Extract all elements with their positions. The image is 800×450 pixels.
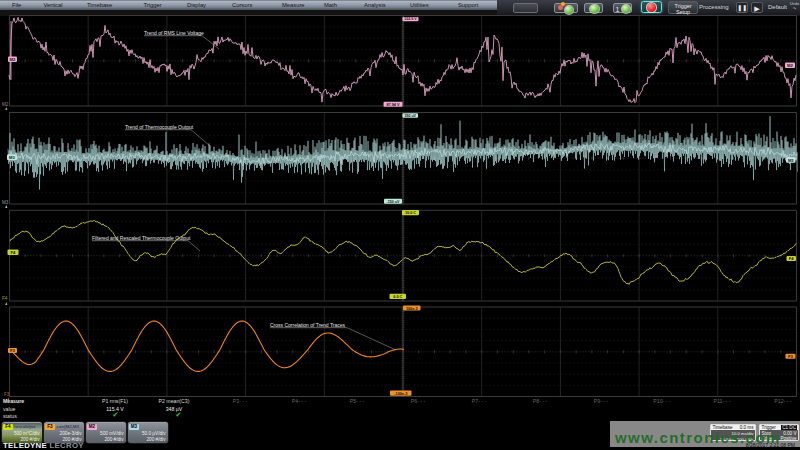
svg-text:M2: M2 xyxy=(787,63,793,68)
svg-text:-100e-3: -100e-3 xyxy=(394,392,407,396)
svg-text:F3: F3 xyxy=(4,392,10,397)
svg-text:M3: M3 xyxy=(9,155,15,160)
svg-text:F4: F4 xyxy=(2,296,8,301)
svg-text:Trend of Thermocouple Output: Trend of Thermocouple Output xyxy=(125,124,194,130)
svg-text:100e-3: 100e-3 xyxy=(406,307,418,311)
svg-text:Trend of RMS Line Voltage: Trend of RMS Line Voltage xyxy=(144,30,204,36)
svg-text:F3: F3 xyxy=(788,354,794,359)
svg-text:M2: M2 xyxy=(2,102,9,107)
svg-text:6.0 C: 6.0 C xyxy=(393,295,402,299)
svg-text:Filtered and Rescaled Thermoco: Filtered and Rescaled Thermocouple Outpu… xyxy=(92,235,191,241)
svg-text:10.0 C: 10.0 C xyxy=(405,211,416,215)
svg-text:M2: M2 xyxy=(10,57,16,62)
svg-text:102.9 V: 102.9 V xyxy=(404,17,417,21)
svg-text:F3: F3 xyxy=(10,348,16,353)
svg-text:M3: M3 xyxy=(2,200,9,205)
svg-text:-150 uV: -150 uV xyxy=(387,200,400,204)
svg-text:F4: F4 xyxy=(11,250,17,255)
svg-text:Cross Correlation of Trend Tra: Cross Correlation of Trend Traces xyxy=(270,322,346,328)
svg-text:350 uV: 350 uV xyxy=(404,114,416,118)
svg-text:F4: F4 xyxy=(789,256,795,261)
svg-text:87.94 V: 87.94 V xyxy=(386,103,400,107)
svg-text:M3: M3 xyxy=(788,158,794,163)
